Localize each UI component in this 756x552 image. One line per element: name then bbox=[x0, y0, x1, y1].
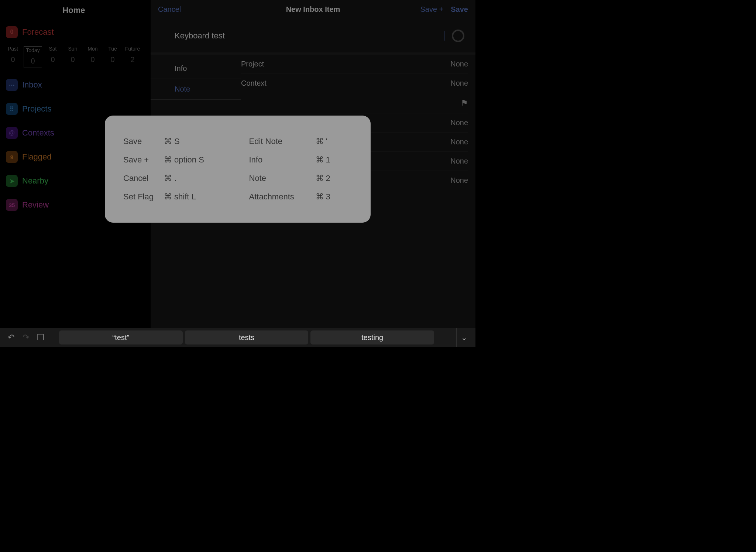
hud-row: Info ⌘ 1 bbox=[249, 155, 353, 165]
forecast-day-count: 2 bbox=[123, 55, 142, 64]
forecast-day-count: 0 bbox=[63, 55, 82, 64]
contexts-label: Contexts bbox=[22, 128, 54, 138]
forecast-day-label[interactable]: Today bbox=[24, 47, 42, 53]
review-badge: 35 bbox=[6, 199, 18, 211]
hud-action-label: Info bbox=[249, 155, 316, 165]
suggestion-chip[interactable]: testing bbox=[310, 330, 434, 344]
keyboard-shortcut-hud: Save ⌘ S Save + ⌘ option S Cancel ⌘ . Se… bbox=[105, 116, 371, 223]
hud-key-combo: ⌘ 1 bbox=[316, 155, 330, 165]
hud-action-label: Set Flag bbox=[123, 192, 164, 202]
field-value: None bbox=[450, 119, 468, 127]
tab-note[interactable]: Note bbox=[151, 79, 241, 100]
chevron-down-icon: ⌄ bbox=[461, 333, 467, 342]
hud-row: Edit Note ⌘ ' bbox=[249, 137, 353, 146]
hud-key-combo: ⌘ S bbox=[164, 137, 180, 146]
forecast-days: Past0 Today0 Sat0 Sun0 Mon0 Tue0 Future2 bbox=[0, 44, 148, 73]
flagged-badge: 9 bbox=[6, 151, 18, 163]
hud-key-combo: ⌘ . bbox=[164, 174, 176, 183]
field-label: Project bbox=[241, 60, 264, 68]
field-label: Context bbox=[241, 79, 267, 88]
inbox-icon: ⋯ bbox=[6, 79, 18, 91]
forecast-day-label[interactable]: Tue bbox=[103, 46, 122, 52]
forecast-day-label[interactable]: Sun bbox=[63, 46, 82, 52]
forecast-day-count: 0 bbox=[83, 55, 102, 64]
field-value: None bbox=[450, 157, 468, 165]
hud-action-label: Save + bbox=[123, 155, 164, 165]
field-value: None bbox=[450, 176, 468, 185]
forecast-label: Forecast bbox=[22, 27, 54, 37]
hud-action-label: Cancel bbox=[123, 174, 164, 183]
undo-icon[interactable]: ↶ bbox=[4, 333, 18, 342]
forecast-day-label[interactable]: Sat bbox=[44, 46, 62, 52]
hud-action-label: Note bbox=[249, 174, 316, 183]
save-plus-button[interactable]: Save + bbox=[420, 5, 443, 14]
suggestion-chip[interactable]: “test” bbox=[59, 330, 183, 344]
sidebar-item-forecast[interactable]: 0 Forecast bbox=[0, 20, 148, 44]
projects-icon: ⠿ bbox=[6, 103, 18, 115]
hud-row: Attachments ⌘ 3 bbox=[249, 192, 353, 202]
status-circle-icon[interactable] bbox=[452, 30, 464, 42]
flagged-label: Flagged bbox=[22, 152, 52, 162]
field-flag[interactable]: ⚑ bbox=[241, 93, 468, 113]
item-title-input[interactable] bbox=[175, 31, 444, 41]
field-context[interactable]: Context None bbox=[241, 74, 468, 93]
forecast-day-label[interactable]: Future bbox=[123, 46, 142, 52]
forecast-badge: 0 bbox=[6, 26, 18, 38]
field-value: None bbox=[450, 79, 468, 88]
forecast-day-count: 0 bbox=[103, 55, 122, 64]
tab-info[interactable]: Info bbox=[151, 58, 241, 79]
editor-toolbar: Cancel New Inbox Item Save + Save bbox=[151, 0, 475, 19]
hud-key-combo: ⌘ option S bbox=[164, 155, 204, 165]
dismiss-keyboard-button[interactable]: ⌄ bbox=[456, 328, 472, 347]
hud-row: Note ⌘ 2 bbox=[249, 174, 353, 183]
hud-key-combo: ⌘ 2 bbox=[316, 174, 330, 183]
nearby-label: Nearby bbox=[22, 176, 48, 186]
field-value: None bbox=[450, 138, 468, 146]
hud-action-label: Attachments bbox=[249, 192, 316, 202]
clipboard-icon[interactable]: ❐ bbox=[33, 333, 48, 342]
save-button[interactable]: Save bbox=[451, 5, 468, 14]
hud-row: Set Flag ⌘ shift L bbox=[123, 192, 227, 202]
hud-key-combo: ⌘ ' bbox=[316, 137, 327, 146]
contexts-icon: @ bbox=[6, 127, 18, 139]
cancel-button[interactable]: Cancel bbox=[158, 5, 181, 14]
review-label: Review bbox=[22, 200, 49, 210]
flag-icon: ⚑ bbox=[461, 98, 468, 108]
hud-row: Save ⌘ S bbox=[123, 137, 227, 146]
forecast-day-label[interactable]: Mon bbox=[83, 46, 102, 52]
redo-icon[interactable]: ↷ bbox=[18, 333, 33, 342]
sidebar-title: Home bbox=[0, 0, 148, 20]
suggestion-chip[interactable]: tests bbox=[185, 330, 309, 344]
keyboard-bar: ↶ ↷ ❐ “test” tests testing ⌄ bbox=[0, 328, 475, 347]
forecast-day-count: 0 bbox=[44, 55, 62, 64]
hud-row: Cancel ⌘ . bbox=[123, 174, 227, 183]
hud-action-label: Edit Note bbox=[249, 137, 316, 146]
forecast-day-count: 0 bbox=[4, 55, 22, 64]
hud-action-label: Save bbox=[123, 137, 164, 146]
nearby-icon: ➤ bbox=[6, 175, 18, 187]
sidebar-item-inbox[interactable]: ⋯ Inbox bbox=[0, 73, 148, 97]
hud-key-combo: ⌘ shift L bbox=[164, 192, 196, 202]
hud-key-combo: ⌘ 3 bbox=[316, 192, 330, 202]
projects-label: Projects bbox=[22, 104, 51, 114]
field-value: None bbox=[450, 60, 468, 68]
forecast-day-label[interactable]: Past bbox=[4, 46, 22, 52]
forecast-day-count: 0 bbox=[24, 57, 42, 65]
field-project[interactable]: Project None bbox=[241, 55, 468, 74]
hud-row: Save + ⌘ option S bbox=[123, 155, 227, 165]
inbox-label: Inbox bbox=[22, 80, 42, 90]
